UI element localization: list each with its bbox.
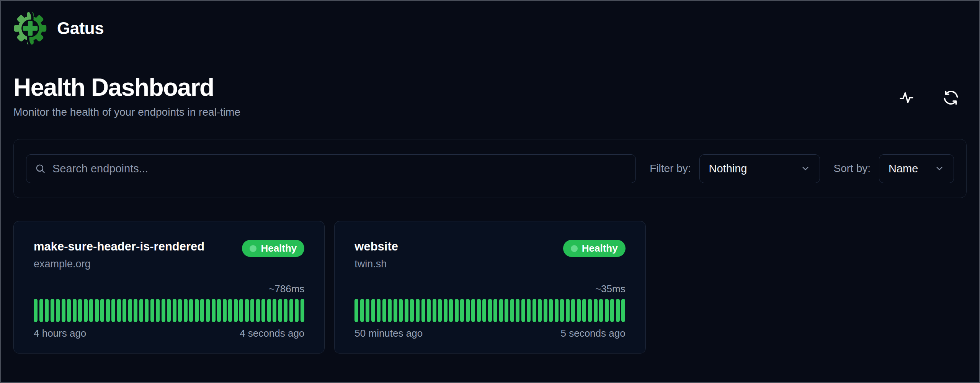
health-check-bar[interactable]: [410, 299, 414, 322]
health-check-bar[interactable]: [421, 299, 425, 322]
health-check-bar[interactable]: [89, 299, 93, 322]
health-check-bar[interactable]: [106, 299, 110, 322]
health-check-bar[interactable]: [427, 299, 431, 322]
health-check-bar[interactable]: [301, 299, 304, 322]
health-check-bar[interactable]: [273, 299, 276, 322]
health-check-bar[interactable]: [111, 299, 115, 322]
health-check-bar[interactable]: [56, 299, 60, 322]
health-check-bar[interactable]: [488, 299, 492, 322]
health-check-bar[interactable]: [577, 299, 581, 322]
health-check-bar[interactable]: [278, 299, 282, 322]
health-check-bar[interactable]: [599, 299, 603, 322]
health-check-bar[interactable]: [521, 299, 525, 322]
health-check-bar[interactable]: [139, 299, 143, 322]
health-check-bar[interactable]: [560, 299, 564, 322]
health-check-bar[interactable]: [477, 299, 481, 322]
refresh-icon[interactable]: [943, 90, 959, 106]
health-check-bar[interactable]: [100, 299, 104, 322]
health-check-bar[interactable]: [156, 299, 160, 322]
health-check-bar[interactable]: [377, 299, 381, 322]
health-check-bar[interactable]: [234, 299, 238, 322]
endpoint-card[interactable]: website twin.sh Healthy ~35ms 50 minutes…: [334, 221, 645, 354]
health-check-bar[interactable]: [582, 299, 586, 322]
health-check-bar[interactable]: [62, 299, 65, 322]
health-check-bar[interactable]: [206, 299, 210, 322]
health-check-bar[interactable]: [212, 299, 216, 322]
health-check-bar[interactable]: [200, 299, 204, 322]
health-check-bar[interactable]: [444, 299, 448, 322]
health-check-bar[interactable]: [78, 299, 82, 322]
health-check-bar[interactable]: [544, 299, 547, 322]
health-check-bar[interactable]: [532, 299, 536, 322]
health-check-bar[interactable]: [493, 299, 497, 322]
health-check-bar[interactable]: [73, 299, 77, 322]
health-check-bar[interactable]: [128, 299, 132, 322]
health-check-bar[interactable]: [117, 299, 121, 322]
health-check-bar[interactable]: [460, 299, 464, 322]
health-check-bar[interactable]: [134, 299, 137, 322]
health-check-bar[interactable]: [394, 299, 397, 322]
health-check-bar[interactable]: [239, 299, 243, 322]
health-check-bar[interactable]: [616, 299, 620, 322]
health-check-bar[interactable]: [516, 299, 519, 322]
activity-icon[interactable]: [898, 90, 915, 106]
health-check-bar[interactable]: [527, 299, 531, 322]
health-check-bar[interactable]: [571, 299, 575, 322]
health-check-bar[interactable]: [482, 299, 486, 322]
filter-dropdown[interactable]: Nothing: [699, 154, 820, 183]
health-check-bar[interactable]: [510, 299, 514, 322]
health-check-bar[interactable]: [250, 299, 254, 322]
health-check-bar[interactable]: [245, 299, 249, 322]
health-check-bar[interactable]: [449, 299, 453, 322]
health-check-bar[interactable]: [167, 299, 171, 322]
health-check-bar[interactable]: [184, 299, 188, 322]
health-check-bar[interactable]: [295, 299, 299, 322]
health-check-bar[interactable]: [366, 299, 369, 322]
health-check-bar[interactable]: [471, 299, 475, 322]
sort-dropdown[interactable]: Name: [879, 154, 954, 183]
health-check-bar[interactable]: [538, 299, 542, 322]
health-check-bar[interactable]: [610, 299, 614, 322]
health-check-bar[interactable]: [261, 299, 265, 322]
health-check-bar[interactable]: [588, 299, 592, 322]
health-check-bar[interactable]: [555, 299, 559, 322]
health-check-bar[interactable]: [433, 299, 436, 322]
health-check-bar[interactable]: [499, 299, 503, 322]
health-check-bar[interactable]: [223, 299, 227, 322]
health-check-bar[interactable]: [45, 299, 49, 322]
health-check-bar[interactable]: [122, 299, 126, 322]
endpoint-card[interactable]: make-sure-header-is-rendered example.org…: [13, 221, 325, 354]
health-check-bar[interactable]: [455, 299, 459, 322]
health-check-bar[interactable]: [549, 299, 553, 322]
health-check-bar[interactable]: [189, 299, 193, 322]
health-check-bar[interactable]: [95, 299, 99, 322]
health-check-bar[interactable]: [34, 299, 38, 322]
health-check-bar[interactable]: [405, 299, 408, 322]
health-check-bar[interactable]: [217, 299, 221, 322]
search-input[interactable]: [52, 162, 627, 175]
search-box[interactable]: [26, 154, 636, 183]
health-check-bar[interactable]: [505, 299, 508, 322]
health-check-bar[interactable]: [195, 299, 199, 322]
health-check-bar[interactable]: [388, 299, 392, 322]
health-check-bar[interactable]: [150, 299, 154, 322]
health-check-bar[interactable]: [382, 299, 386, 322]
health-check-bar[interactable]: [360, 299, 364, 322]
health-check-bar[interactable]: [438, 299, 442, 322]
health-check-bar[interactable]: [289, 299, 293, 322]
health-check-bar[interactable]: [162, 299, 165, 322]
health-check-bar[interactable]: [416, 299, 420, 322]
health-check-bar[interactable]: [84, 299, 88, 322]
health-check-bar[interactable]: [354, 299, 358, 322]
health-check-bar[interactable]: [594, 299, 598, 322]
health-check-bar[interactable]: [178, 299, 182, 322]
health-check-bar[interactable]: [145, 299, 149, 322]
uptime-bars[interactable]: [354, 299, 625, 322]
health-check-bar[interactable]: [256, 299, 260, 322]
health-check-bar[interactable]: [284, 299, 287, 322]
health-check-bar[interactable]: [51, 299, 54, 322]
health-check-bar[interactable]: [267, 299, 271, 322]
health-check-bar[interactable]: [173, 299, 176, 322]
health-check-bar[interactable]: [371, 299, 375, 322]
health-check-bar[interactable]: [399, 299, 403, 322]
